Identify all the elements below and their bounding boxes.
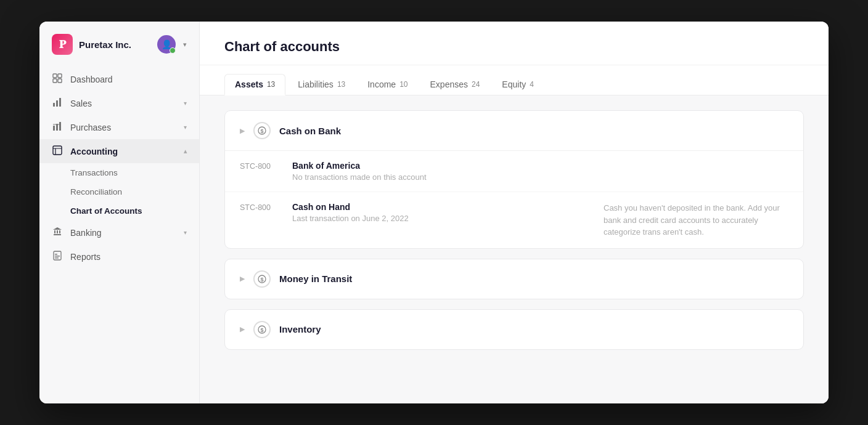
group-chevron-inventory: ▶ bbox=[240, 325, 245, 333]
sales-chevron: ▾ bbox=[184, 100, 187, 107]
purchases-icon bbox=[52, 121, 63, 133]
sidebar-sub-reconciliation[interactable]: Reconciliation bbox=[70, 182, 199, 201]
svg-marker-14 bbox=[53, 227, 62, 230]
tab-assets-label: Assets bbox=[235, 79, 263, 89]
account-group-cash-on-bank: ▶ $ Cash on Bank STC-800 Bank of A bbox=[224, 110, 804, 249]
banking-icon bbox=[52, 227, 63, 238]
account-rows-cash-on-bank: STC-800 Bank of America No transactions … bbox=[225, 150, 803, 248]
svg-text:$: $ bbox=[260, 277, 263, 283]
account-name: Bank of America bbox=[292, 161, 788, 171]
svg-rect-20 bbox=[55, 254, 57, 255]
accounting-sub-menu: Transactions Reconciliation Chart of Acc… bbox=[39, 163, 199, 221]
sidebar-item-dashboard[interactable]: Dashboard bbox=[39, 67, 199, 91]
group-name-inventory: Inventory bbox=[279, 324, 321, 334]
tab-income-count: 10 bbox=[399, 80, 407, 89]
purchases-chevron: ▾ bbox=[184, 124, 187, 131]
group-chevron-money-in-transit: ▶ bbox=[240, 275, 245, 283]
group-header-money-in-transit[interactable]: ▶ $ Money in Transit bbox=[225, 259, 803, 299]
avatar-icon: 👤 bbox=[162, 39, 172, 49]
svg-rect-21 bbox=[55, 256, 60, 257]
tab-liabilities-count: 13 bbox=[337, 80, 345, 89]
sidebar-item-accounting[interactable]: Accounting ▴ bbox=[39, 139, 199, 163]
banking-label: Banking bbox=[70, 228, 102, 238]
page-header: Chart of accounts bbox=[200, 22, 829, 65]
svg-rect-16 bbox=[54, 230, 55, 233]
svg-text:$: $ bbox=[260, 327, 263, 333]
tab-liabilities-label: Liabilities bbox=[298, 79, 334, 89]
tab-equity[interactable]: Equity 4 bbox=[492, 75, 544, 95]
tab-expenses[interactable]: Expenses 24 bbox=[420, 75, 490, 95]
group-header-inventory[interactable]: ▶ $ Inventory bbox=[225, 310, 803, 349]
group-name-money-in-transit: Money in Transit bbox=[279, 273, 352, 284]
svg-rect-8 bbox=[56, 124, 58, 131]
svg-rect-6 bbox=[59, 98, 61, 107]
accounts-list: ▶ $ Cash on Bank STC-800 Bank of A bbox=[200, 95, 829, 403]
company-name: Puretax Inc. bbox=[79, 39, 151, 50]
app-logo: 𝐏 bbox=[52, 34, 73, 55]
svg-rect-17 bbox=[57, 230, 58, 233]
dashboard-icon bbox=[52, 73, 63, 85]
sidebar-header: 𝐏 Puretax Inc. 👤 ▾ bbox=[39, 22, 199, 65]
svg-rect-2 bbox=[53, 79, 57, 83]
sales-icon bbox=[52, 97, 63, 109]
svg-rect-4 bbox=[53, 103, 55, 107]
tab-income[interactable]: Income 10 bbox=[358, 75, 417, 95]
main-nav: Dashboard Sales ▾ bbox=[39, 65, 199, 271]
accounting-label: Accounting bbox=[70, 147, 118, 156]
tabs-bar: Assets 13 Liabilities 13 Income 10 Expen… bbox=[200, 65, 829, 95]
sidebar-sub-transactions[interactable]: Transactions bbox=[70, 163, 199, 182]
account-info: Cash on Hand Last transaction on June 2,… bbox=[292, 202, 591, 223]
svg-rect-9 bbox=[59, 122, 61, 131]
page-title: Chart of accounts bbox=[224, 39, 804, 55]
svg-rect-3 bbox=[58, 79, 62, 83]
svg-rect-15 bbox=[54, 234, 61, 235]
account-group-inventory: ▶ $ Inventory bbox=[224, 309, 804, 350]
account-info: Bank of America No transactions made on … bbox=[292, 161, 788, 182]
group-icon-cash-on-bank: $ bbox=[253, 122, 271, 139]
app-window: 𝐏 Puretax Inc. 👤 ▾ Dashboard bbox=[39, 22, 829, 403]
user-avatar[interactable]: 👤 bbox=[157, 35, 176, 54]
banking-chevron: ▾ bbox=[184, 229, 187, 236]
table-row[interactable]: STC-800 Bank of America No transactions … bbox=[225, 151, 803, 192]
account-code: STC-800 bbox=[240, 161, 280, 171]
reports-label: Reports bbox=[70, 252, 100, 262]
group-name-cash-on-bank: Cash on Bank bbox=[279, 126, 341, 136]
svg-rect-11 bbox=[53, 146, 62, 155]
sales-label: Sales bbox=[70, 99, 92, 108]
tab-assets-count: 13 bbox=[267, 80, 275, 89]
user-menu-chevron[interactable]: ▾ bbox=[183, 41, 187, 49]
accounting-chevron: ▴ bbox=[184, 148, 187, 155]
group-icon-money-in-transit: $ bbox=[253, 270, 271, 288]
tab-equity-count: 4 bbox=[530, 80, 534, 89]
account-name: Cash on Hand bbox=[292, 202, 591, 212]
purchases-label: Purchases bbox=[70, 123, 111, 132]
sidebar-sub-chart-of-accounts[interactable]: Chart of Accounts bbox=[70, 201, 199, 221]
sidebar-item-purchases[interactable]: Purchases ▾ bbox=[39, 115, 199, 139]
sidebar-item-sales[interactable]: Sales ▾ bbox=[39, 91, 199, 115]
reports-icon bbox=[52, 251, 63, 262]
sidebar-item-banking[interactable]: Banking ▾ bbox=[39, 221, 199, 245]
tab-expenses-label: Expenses bbox=[430, 79, 468, 89]
svg-rect-5 bbox=[56, 100, 58, 107]
tab-equity-label: Equity bbox=[502, 79, 526, 89]
account-description: Cash you haven't deposited in the bank. … bbox=[604, 202, 788, 238]
account-group-money-in-transit: ▶ $ Money in Transit bbox=[224, 259, 804, 299]
table-row[interactable]: STC-800 Cash on Hand Last transaction on… bbox=[225, 192, 803, 248]
sidebar: 𝐏 Puretax Inc. 👤 ▾ Dashboard bbox=[39, 22, 200, 403]
group-header-cash-on-bank[interactable]: ▶ $ Cash on Bank bbox=[225, 111, 803, 150]
svg-rect-7 bbox=[53, 126, 55, 131]
dashboard-label: Dashboard bbox=[70, 75, 113, 84]
account-meta: Last transaction on June 2, 2022 bbox=[292, 214, 591, 223]
group-chevron-cash-on-bank: ▶ bbox=[240, 127, 245, 135]
svg-rect-22 bbox=[55, 257, 59, 259]
tab-income-label: Income bbox=[367, 79, 396, 89]
group-icon-inventory: $ bbox=[253, 321, 271, 338]
tab-expenses-count: 24 bbox=[472, 80, 480, 89]
svg-rect-18 bbox=[59, 230, 60, 233]
sidebar-item-reports[interactable]: Reports bbox=[39, 245, 199, 269]
main-content: Chart of accounts Assets 13 Liabilities … bbox=[200, 22, 829, 403]
tab-assets[interactable]: Assets 13 bbox=[224, 74, 285, 95]
account-code: STC-800 bbox=[240, 202, 280, 212]
account-meta: No transactions made on this account bbox=[292, 172, 788, 182]
tab-liabilities[interactable]: Liabilities 13 bbox=[288, 75, 355, 95]
